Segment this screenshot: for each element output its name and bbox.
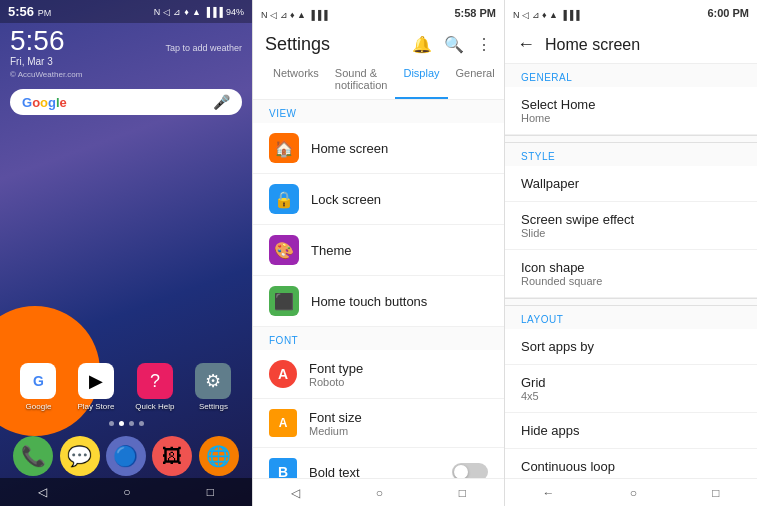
font-type-value: Roboto xyxy=(309,376,363,388)
panel-settings: N ◁ ⊿ ♦ ▲ ▐▐▐ 5:58 PM Settings 🔔 🔍 ⋮ Net… xyxy=(252,0,504,506)
tab-networks[interactable]: Networks xyxy=(265,61,327,99)
search-icon[interactable]: 🔍 xyxy=(444,35,464,54)
home-clock: 5:56 PM xyxy=(8,4,51,19)
microphone-icon[interactable]: 🎤 xyxy=(213,94,230,110)
camera-app-icon[interactable]: 🔵 xyxy=(106,436,146,476)
hs-divider-1 xyxy=(505,135,757,143)
hs-item-grid[interactable]: Grid 4x5 xyxy=(505,365,757,413)
more-options-icon[interactable]: ⋮ xyxy=(476,35,492,54)
icon-shape-label: Icon shape xyxy=(521,260,741,275)
font-size-icon: A xyxy=(269,409,297,437)
hs-status-bar: N ◁ ⊿ ♦ ▲ ▐▐▐ 6:00 PM xyxy=(505,0,757,26)
settings-app-icon: ⚙ xyxy=(195,363,231,399)
hs-item-select-home[interactable]: Select Home Home xyxy=(505,87,757,135)
hs-item-wallpaper[interactable]: Wallpaper xyxy=(505,166,757,202)
item-font-type[interactable]: A Font type Roboto xyxy=(253,350,504,399)
tab-display[interactable]: Display xyxy=(395,61,447,99)
home-touch-buttons-label: Home touch buttons xyxy=(311,294,427,309)
wallpaper-label: Wallpaper xyxy=(521,176,741,191)
settings-back-button[interactable]: ◁ xyxy=(291,486,300,500)
tab-general[interactable]: General xyxy=(448,61,503,99)
settings-header: Settings 🔔 🔍 ⋮ Networks Sound & notifica… xyxy=(253,26,504,100)
font-size-value: Medium xyxy=(309,425,362,437)
hs-item-icon-shape[interactable]: Icon shape Rounded square xyxy=(505,250,757,298)
font-size-text: Font size Medium xyxy=(309,410,362,437)
font-size-label: Font size xyxy=(309,410,362,425)
notification-bell-icon[interactable]: 🔔 xyxy=(412,35,432,54)
item-theme[interactable]: 🎨 Theme xyxy=(253,225,504,276)
quick-help-icon: ? xyxy=(137,363,173,399)
hs-item-sort-apps[interactable]: Sort apps by xyxy=(505,329,757,365)
dot-1 xyxy=(109,421,114,426)
hs-item-hide-apps[interactable]: Hide apps xyxy=(505,413,757,449)
settings-home-button[interactable]: ○ xyxy=(376,486,383,500)
home-touch-buttons-icon: ⬛ xyxy=(269,286,299,316)
accu-weather: © AccuWeather.com xyxy=(0,70,252,83)
app-settings[interactable]: ⚙ Settings xyxy=(195,363,231,411)
recents-button[interactable]: □ xyxy=(207,485,214,499)
select-home-value: Home xyxy=(521,112,741,124)
play-store-icon: ▶ xyxy=(78,363,114,399)
hs-section-layout: LAYOUT xyxy=(505,306,757,329)
screen-swipe-label: Screen swipe effect xyxy=(521,212,741,227)
section-font: FONT xyxy=(253,327,504,350)
item-font-size[interactable]: A Font size Medium xyxy=(253,399,504,448)
home-bottom-apps: 📞 💬 🔵 🖼 🌐 xyxy=(0,436,252,476)
home-status-icons: N ◁ ⊿ ♦ ▲ ▐▐▐ 94% xyxy=(154,7,244,17)
phone-app-icon[interactable]: 📞 xyxy=(13,436,53,476)
item-home-screen[interactable]: 🏠 Home screen xyxy=(253,123,504,174)
google-logo: Google xyxy=(22,95,67,110)
chrome-app-icon[interactable]: 🌐 xyxy=(199,436,239,476)
back-button[interactable]: ◁ xyxy=(38,485,47,499)
sort-apps-label: Sort apps by xyxy=(521,339,741,354)
settings-title-row: Settings 🔔 🔍 ⋮ xyxy=(265,34,492,55)
grid-value: 4x5 xyxy=(521,390,741,402)
page-dots xyxy=(0,421,252,426)
home-nav-bar: ◁ ○ □ xyxy=(0,478,252,506)
hs-item-screen-swipe[interactable]: Screen swipe effect Slide xyxy=(505,202,757,250)
select-home-label: Select Home xyxy=(521,97,741,112)
font-type-text: Font type Roboto xyxy=(309,361,363,388)
app-quick-help[interactable]: ? Quick Help xyxy=(135,363,174,411)
home-tap-weather[interactable]: Tap to add weather xyxy=(165,43,242,53)
settings-tabs: Networks Sound & notification Display Ge… xyxy=(265,61,492,99)
hs-back-nav-button[interactable]: ← xyxy=(543,486,555,500)
dot-4 xyxy=(139,421,144,426)
home-app-grid: G Google ▶ Play Store ? Quick Help ⚙ Set… xyxy=(0,363,252,411)
hs-section-general: GENERAL xyxy=(505,64,757,87)
hs-status-icons: N ◁ ⊿ ♦ ▲ ▐▐▐ xyxy=(513,4,580,22)
hs-section-style: STYLE xyxy=(505,143,757,166)
home-button[interactable]: ○ xyxy=(123,485,130,499)
home-date-weather: 5:56 Fri, Mar 3 Tap to add weather xyxy=(0,23,252,70)
home-screen-label: Home screen xyxy=(311,141,388,156)
lock-screen-label: Lock screen xyxy=(311,192,381,207)
home-status-bar: 5:56 PM N ◁ ⊿ ♦ ▲ ▐▐▐ 94% xyxy=(0,0,252,23)
item-home-touch-buttons[interactable]: ⬛ Home touch buttons xyxy=(253,276,504,327)
settings-header-icons: 🔔 🔍 ⋮ xyxy=(412,35,492,54)
tab-sound[interactable]: Sound & notification xyxy=(327,61,396,99)
hs-home-button[interactable]: ○ xyxy=(630,486,637,500)
dot-2 xyxy=(119,421,124,426)
font-type-label: Font type xyxy=(309,361,363,376)
section-view: VIEW xyxy=(253,100,504,123)
app-play-store[interactable]: ▶ Play Store xyxy=(77,363,114,411)
app-google[interactable]: G Google xyxy=(20,363,56,411)
home-search-bar[interactable]: Google 🎤 xyxy=(10,89,242,115)
settings-nav-bar: ◁ ○ □ xyxy=(253,478,504,506)
settings-title: Settings xyxy=(265,34,330,55)
settings-status-bar: N ◁ ⊿ ♦ ▲ ▐▐▐ 5:58 PM xyxy=(253,0,504,26)
hs-back-button[interactable]: ← xyxy=(517,34,535,55)
hs-header: ← Home screen xyxy=(505,26,757,64)
settings-clock: 5:58 PM xyxy=(454,7,496,19)
hs-recents-button[interactable]: □ xyxy=(712,486,719,500)
messages-app-icon[interactable]: 💬 xyxy=(60,436,100,476)
item-lock-screen[interactable]: 🔒 Lock screen xyxy=(253,174,504,225)
settings-recents-button[interactable]: □ xyxy=(459,486,466,500)
home-date: 5:56 Fri, Mar 3 xyxy=(10,27,65,68)
font-type-icon: A xyxy=(269,360,297,388)
gallery-app-icon[interactable]: 🖼 xyxy=(152,436,192,476)
hide-apps-label: Hide apps xyxy=(521,423,741,438)
hs-title: Home screen xyxy=(545,36,640,54)
continuous-loop-label: Continuous loop xyxy=(521,459,741,474)
settings-status-icons: N ◁ ⊿ ♦ ▲ ▐▐▐ xyxy=(261,4,328,22)
